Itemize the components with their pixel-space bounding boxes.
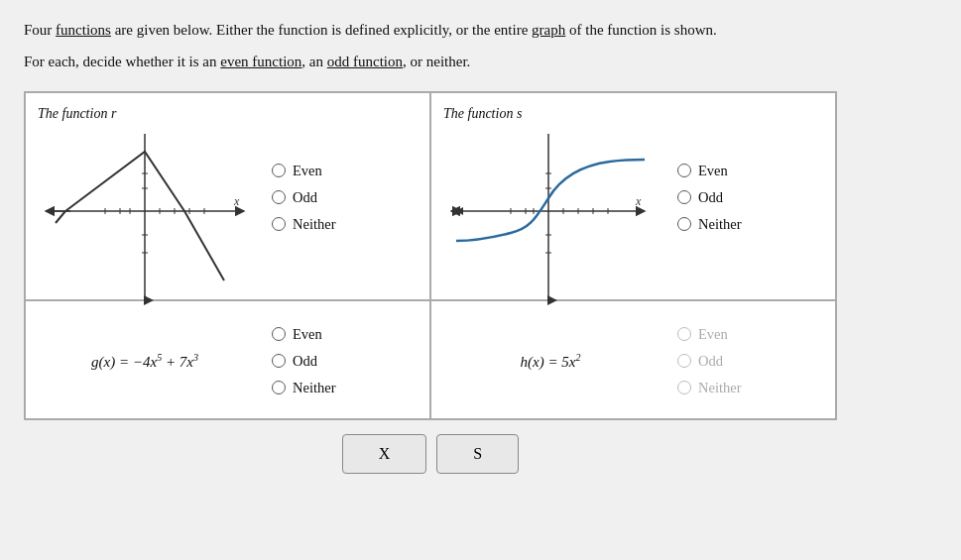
x-button[interactable]: X (342, 434, 427, 474)
radio-g-odd[interactable]: Odd (272, 353, 335, 370)
radio-circle-s-even[interactable] (677, 164, 691, 177)
label-g-neither: Neither (293, 380, 335, 396)
cell-h: h(x) = 5x2 Even Odd Neither (430, 300, 836, 419)
radio-h-odd[interactable]: Odd (677, 353, 741, 370)
radio-h-even[interactable]: Even (677, 326, 741, 343)
label-h-odd: Odd (698, 353, 723, 370)
formula-h-area: h(x) = 5x2 (441, 321, 660, 400)
graph-r: The function r (36, 106, 254, 289)
svg-text:x: x (233, 194, 240, 208)
radio-r-even[interactable]: Even (272, 163, 335, 179)
title-s: The function s (443, 106, 522, 122)
function-grid: The function r (24, 91, 837, 420)
radio-circle-g-odd[interactable] (272, 354, 286, 368)
graph-link: graph (532, 22, 565, 38)
radio-group-h: Even Odd Neither (677, 326, 741, 396)
radio-s-even[interactable]: Even (677, 163, 741, 179)
radio-g-even[interactable]: Even (272, 326, 335, 343)
radio-circle-h-neither[interactable] (677, 381, 691, 394)
label-g-odd: Odd (293, 353, 317, 370)
radio-circle-h-odd[interactable] (677, 354, 691, 368)
graph-s: The function s (441, 106, 660, 289)
radio-r-odd[interactable]: Odd (272, 189, 335, 206)
label-r-neither: Neither (293, 216, 335, 233)
cell-g: g(x) = −4x5 + 7x3 Even Odd Neither (25, 300, 430, 419)
even-function-link: even function (220, 54, 301, 69)
bottom-buttons: X S (24, 434, 837, 474)
svg-line-20 (56, 211, 65, 223)
intro-line1: Four functions are given below. Either t… (24, 22, 717, 38)
title-r: The function r (38, 106, 116, 122)
svg-text:x: x (635, 194, 642, 208)
radio-circle-g-neither[interactable] (272, 381, 286, 394)
radio-group-g: Even Odd Neither (272, 326, 335, 396)
label-h-neither: Neither (698, 380, 741, 396)
cell-s: The function s (430, 92, 836, 300)
svg-s: x (441, 124, 660, 307)
radio-r-neither[interactable]: Neither (272, 216, 335, 233)
intro-line2: For each, decide whether it is an even f… (24, 50, 937, 73)
label-r-even: Even (293, 163, 322, 179)
label-g-even: Even (293, 326, 322, 343)
radio-circle-s-odd[interactable] (677, 190, 691, 204)
radio-s-neither[interactable]: Neither (677, 216, 741, 233)
radio-circle-r-odd[interactable] (272, 190, 286, 204)
radio-g-neither[interactable]: Neither (272, 380, 335, 396)
cell-r: The function r (25, 92, 430, 300)
label-h-even: Even (698, 326, 728, 343)
radio-circle-s-neither[interactable] (677, 217, 691, 231)
radio-s-odd[interactable]: Odd (677, 189, 741, 206)
odd-function-link: odd function (327, 54, 403, 69)
radio-group-r: Even Odd Neither (272, 163, 335, 233)
radio-circle-h-even[interactable] (677, 327, 691, 341)
svg-r: x (36, 124, 254, 307)
label-s-even: Even (698, 163, 728, 179)
s-button[interactable]: S (436, 434, 519, 474)
functions-link: functions (56, 22, 111, 38)
intro-paragraph: Four functions are given below. Either t… (24, 18, 937, 42)
label-s-odd: Odd (698, 189, 723, 206)
radio-group-s: Even Odd Neither (677, 163, 741, 233)
svg-marker-42 (456, 207, 463, 215)
radio-circle-g-even[interactable] (272, 327, 286, 341)
label-s-neither: Neither (698, 216, 741, 233)
formula-g-area: g(x) = −4x5 + 7x3 (36, 321, 254, 400)
radio-circle-r-neither[interactable] (272, 217, 286, 231)
formula-h: h(x) = 5x2 (521, 352, 581, 371)
formula-g: g(x) = −4x5 + 7x3 (91, 352, 198, 371)
radio-h-neither[interactable]: Neither (677, 380, 741, 396)
label-r-odd: Odd (293, 189, 317, 206)
radio-circle-r-even[interactable] (272, 164, 286, 177)
